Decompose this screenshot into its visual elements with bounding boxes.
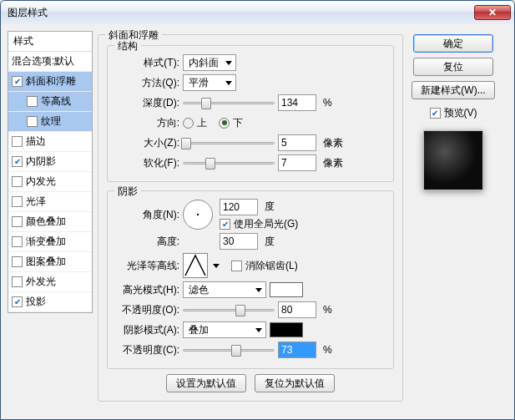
- chevron-down-icon: [225, 61, 232, 65]
- direction-down-label: 下: [233, 116, 243, 130]
- structure-group: 结构 样式(T): 内斜面 方法(Q): 平滑 深度(D: [107, 45, 394, 182]
- shadow-mode-select[interactable]: 叠加: [183, 321, 266, 338]
- style-item-grad_overlay[interactable]: 渐变叠加: [8, 232, 92, 252]
- technique-select[interactable]: 平滑: [183, 74, 236, 91]
- ok-button[interactable]: 确定: [413, 34, 493, 53]
- style-item-label: 斜面和浮雕: [26, 74, 76, 89]
- highlight-opacity-input[interactable]: 80: [278, 301, 316, 318]
- soften-input[interactable]: 7: [278, 154, 316, 171]
- size-input[interactable]: 5: [278, 134, 316, 151]
- style-item-bevel[interactable]: ✔斜面和浮雕: [8, 72, 92, 92]
- shading-group: 阴影 角度(N): 120 度 ✔ 使用全局光(G): [107, 190, 394, 369]
- style-item-texture[interactable]: 纹理: [8, 112, 92, 132]
- structure-legend: 结构: [114, 39, 141, 53]
- highlight-color-swatch[interactable]: [270, 282, 303, 297]
- style-item-checkbox[interactable]: [12, 276, 23, 287]
- styles-list: 样式 混合选项:默认 ✔斜面和浮雕等高线纹理描边✔内阴影内发光光泽颜色叠加渐变叠…: [8, 31, 93, 313]
- close-icon: ✕: [488, 7, 497, 18]
- style-item-checkbox[interactable]: [12, 176, 23, 187]
- style-item-checkbox[interactable]: [27, 116, 38, 127]
- gloss-contour-picker[interactable]: [183, 253, 208, 278]
- direction-down-radio[interactable]: [219, 118, 230, 129]
- contour-curve-icon: [184, 254, 207, 277]
- depth-input[interactable]: 134: [278, 94, 316, 111]
- style-item-color_overlay[interactable]: 颜色叠加: [8, 212, 92, 232]
- close-button[interactable]: ✕: [474, 5, 511, 20]
- shading-legend: 阴影: [114, 185, 141, 199]
- style-item-label: 投影: [26, 295, 46, 309]
- preview-checkbox[interactable]: ✔: [430, 108, 441, 119]
- soften-slider[interactable]: [183, 155, 275, 170]
- depth-label: 深度(D):: [116, 96, 179, 110]
- shadow-mode-label: 阴影模式(A):: [116, 323, 179, 337]
- reset-default-button[interactable]: 复位为默认值: [255, 374, 335, 392]
- layer-style-dialog: 图层样式 ✕ 样式 混合选项:默认 ✔斜面和浮雕等高线纹理描边✔内阴影内发光光泽…: [0, 0, 515, 420]
- soften-label: 软化(F):: [116, 156, 179, 170]
- depth-unit: %: [323, 97, 332, 109]
- shadow-opacity-slider[interactable]: [183, 342, 275, 357]
- technique-label: 方法(Q):: [116, 76, 179, 90]
- chevron-down-icon: [255, 288, 262, 292]
- style-item-pat_overlay[interactable]: 图案叠加: [8, 252, 92, 272]
- style-select[interactable]: 内斜面: [183, 54, 236, 71]
- style-item-drop_shadow[interactable]: ✔投影: [8, 292, 92, 312]
- style-item-checkbox[interactable]: ✔: [12, 76, 23, 87]
- size-slider[interactable]: [183, 135, 275, 150]
- size-label: 大小(Z):: [116, 136, 179, 150]
- preview-thumbnail: [423, 130, 483, 190]
- style-item-checkbox[interactable]: [12, 216, 23, 227]
- style-item-label: 光泽: [26, 195, 46, 209]
- style-item-checkbox[interactable]: [12, 136, 23, 147]
- highlight-mode-label: 高光模式(H):: [116, 283, 179, 297]
- chevron-down-icon[interactable]: [213, 264, 220, 268]
- style-item-outer_glow[interactable]: 外发光: [8, 272, 92, 292]
- shadow-opacity-label: 不透明度(C):: [116, 343, 179, 357]
- style-item-label: 外发光: [26, 275, 56, 289]
- style-item-checkbox[interactable]: [12, 256, 23, 267]
- highlight-mode-select[interactable]: 滤色: [183, 281, 266, 298]
- blend-options-row[interactable]: 混合选项:默认: [8, 52, 92, 72]
- style-label: 样式(T):: [116, 56, 179, 70]
- altitude-input[interactable]: 30: [220, 233, 258, 250]
- style-item-label: 纹理: [41, 114, 61, 129]
- shadow-color-swatch[interactable]: [270, 322, 303, 337]
- highlight-opacity-label: 不透明度(O):: [116, 303, 179, 317]
- styles-header: 样式: [8, 32, 92, 52]
- style-item-checkbox[interactable]: [12, 236, 23, 247]
- depth-slider[interactable]: [183, 95, 275, 110]
- direction-up-radio[interactable]: [183, 118, 194, 129]
- global-light-checkbox[interactable]: ✔: [220, 219, 230, 230]
- size-unit: 像素: [323, 136, 343, 150]
- style-item-label: 渐变叠加: [26, 235, 66, 249]
- blend-options-label: 混合选项:默认: [12, 54, 74, 68]
- angle-label: 角度(N):: [116, 208, 179, 222]
- chevron-down-icon: [225, 81, 232, 85]
- angle-input[interactable]: 120: [220, 199, 258, 215]
- make-default-button[interactable]: 设置为默认值: [166, 374, 246, 392]
- style-item-inner_shadow[interactable]: ✔内阴影: [8, 152, 92, 172]
- style-item-checkbox[interactable]: [27, 96, 38, 107]
- style-item-label: 颜色叠加: [26, 215, 66, 229]
- chevron-down-icon: [255, 328, 262, 332]
- antialias-checkbox[interactable]: [231, 261, 242, 271]
- direction-up-label: 上: [197, 116, 207, 130]
- preview-label: 预览(V): [444, 106, 477, 120]
- style-item-satin[interactable]: 光泽: [8, 192, 92, 212]
- style-item-stroke[interactable]: 描边: [8, 132, 92, 152]
- style-item-checkbox[interactable]: ✔: [12, 296, 23, 307]
- style-item-label: 图案叠加: [26, 255, 66, 269]
- angle-dial[interactable]: [183, 200, 213, 230]
- direction-label: 方向:: [116, 116, 179, 130]
- style-item-inner_glow[interactable]: 内发光: [8, 172, 92, 192]
- highlight-opacity-slider[interactable]: [183, 302, 275, 317]
- style-item-checkbox[interactable]: ✔: [12, 156, 23, 167]
- cancel-button[interactable]: 复位: [413, 58, 493, 76]
- shadow-opacity-input[interactable]: 73: [278, 342, 316, 358]
- style-item-checkbox[interactable]: [12, 196, 23, 207]
- style-item-contour[interactable]: 等高线: [8, 92, 92, 112]
- altitude-label: 高度:: [116, 235, 179, 249]
- titlebar[interactable]: 图层样式 ✕: [1, 1, 514, 24]
- bevel-group: 斜面和浮雕 结构 样式(T): 内斜面 方法(Q): 平滑: [98, 34, 403, 402]
- style-item-label: 内阴影: [26, 154, 56, 169]
- new-style-button[interactable]: 新建样式(W)...: [411, 81, 494, 99]
